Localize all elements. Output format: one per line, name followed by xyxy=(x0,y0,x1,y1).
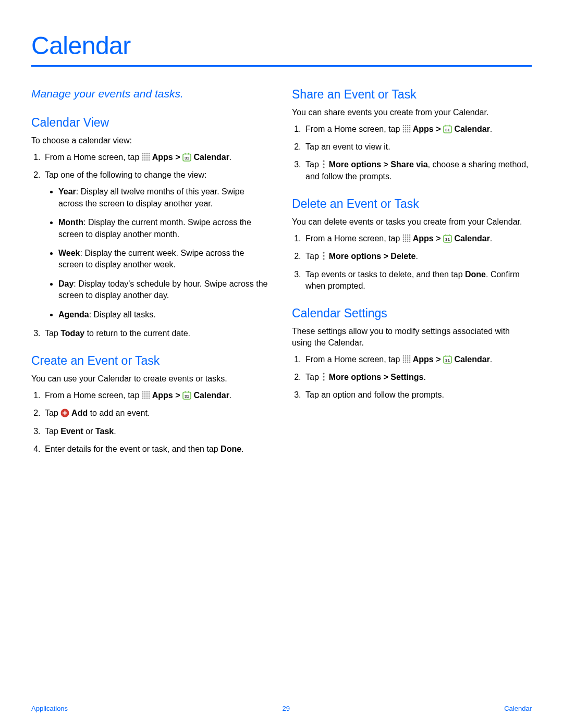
text: to add an event. xyxy=(88,409,150,417)
left-column: Manage your events and tasks. Calendar V… xyxy=(31,88,271,461)
bullet: Agenda: Display all tasks. xyxy=(58,309,271,320)
text: . xyxy=(229,153,231,162)
create-event-intro: You can use your Calendar to create even… xyxy=(31,373,271,385)
text: From a Home screen, tap xyxy=(45,391,142,400)
text: : Display all tasks. xyxy=(89,310,156,319)
text: Tap xyxy=(305,252,321,261)
text: From a Home screen, tap xyxy=(305,355,402,364)
view-options: Year: Display all twelve months of this … xyxy=(45,186,271,320)
more-options-icon xyxy=(322,252,325,260)
text: : Display the current month. Swipe acros… xyxy=(58,218,251,238)
text: Tap xyxy=(45,409,60,417)
delete-event-steps: From a Home screen, tap Apps > Calendar.… xyxy=(292,233,532,292)
calendar-settings-intro: These settings allow you to modify setti… xyxy=(292,326,532,348)
label: Today xyxy=(60,329,84,338)
heading-delete-event: Delete an Event or Task xyxy=(292,197,532,211)
text: Tap xyxy=(45,329,60,338)
calendar-icon xyxy=(443,125,452,133)
delete-event-intro: You can delete events or tasks you creat… xyxy=(292,216,532,228)
apps-icon xyxy=(402,125,411,133)
step: Enter details for the event or task, and… xyxy=(43,443,271,455)
step: Tap Add to add an event. xyxy=(43,408,271,419)
more-options-icon xyxy=(322,373,325,381)
text: Tap xyxy=(305,373,321,381)
bullet: Month: Display the current month. Swipe … xyxy=(58,217,271,240)
label: Agenda xyxy=(58,310,89,319)
label: Apps > xyxy=(411,234,443,243)
step: Tap Today to return to the current date. xyxy=(43,328,271,339)
share-event-steps: From a Home screen, tap Apps > Calendar.… xyxy=(292,124,532,183)
step: From a Home screen, tap Apps > Calendar. xyxy=(303,124,532,135)
step: Tap one of the following to change the v… xyxy=(43,169,271,320)
text: . xyxy=(229,391,231,400)
text: . xyxy=(423,373,425,381)
apps-icon xyxy=(402,234,411,242)
footer-right: Calendar xyxy=(504,705,532,712)
heading-share-event: Share an Event or Task xyxy=(292,88,532,102)
text: . xyxy=(114,427,116,436)
bullet: Week: Display the current week. Swipe ac… xyxy=(58,248,271,271)
text: : Display the current week. Swipe across… xyxy=(58,249,244,269)
step: Tap More options > Share via, choose a s… xyxy=(303,159,532,182)
calendar-icon xyxy=(443,234,452,243)
text: Tap events or tasks to delete, and then … xyxy=(305,270,465,279)
label: Done xyxy=(221,445,241,453)
label: Add xyxy=(69,409,88,417)
label: More options > Delete xyxy=(326,252,415,261)
step: Tap events or tasks to delete, and then … xyxy=(303,269,532,292)
text: . xyxy=(490,125,492,133)
calendar-icon xyxy=(182,153,191,162)
calendar-view-steps: From a Home screen, tap Apps > Calendar.… xyxy=(31,152,271,340)
share-event-intro: You can share events you create from you… xyxy=(292,107,532,118)
step: Tap an event to view it. xyxy=(303,141,532,153)
text: Tap an event to view it. xyxy=(305,142,390,151)
heading-calendar-view: Calendar View xyxy=(31,116,271,130)
title-rule xyxy=(31,65,532,67)
step: Tap Event or Task. xyxy=(43,426,271,437)
add-icon xyxy=(60,409,69,417)
apps-icon xyxy=(142,391,150,399)
page-title: Calendar xyxy=(31,31,532,60)
label: Task xyxy=(95,427,114,436)
text: . xyxy=(490,234,492,243)
step: From a Home screen, tap Apps > Calendar. xyxy=(43,390,271,401)
label: Month xyxy=(58,218,83,227)
label: Calendar xyxy=(452,125,490,133)
calendar-view-intro: To choose a calendar view: xyxy=(31,135,271,146)
step: Tap More options > Settings. xyxy=(303,372,532,383)
footer-page-number: 29 xyxy=(282,705,289,712)
step: From a Home screen, tap Apps > Calendar. xyxy=(303,233,532,244)
label: Apps > xyxy=(411,125,443,133)
text: . xyxy=(241,445,243,453)
text: Tap xyxy=(305,160,321,169)
label: Apps > xyxy=(150,153,182,162)
apps-icon xyxy=(142,153,150,161)
label: Calendar xyxy=(452,355,490,364)
bullet: Year: Display all twelve months of this … xyxy=(58,186,271,209)
more-options-icon xyxy=(322,160,325,168)
text: . xyxy=(415,252,418,261)
calendar-icon xyxy=(443,355,452,364)
label: Apps > xyxy=(150,391,182,400)
create-event-steps: From a Home screen, tap Apps > Calendar.… xyxy=(31,390,271,455)
text: to return to the current date. xyxy=(84,329,190,338)
text: : Display today's schedule by hour. Swip… xyxy=(58,279,268,300)
step: Tap More options > Delete. xyxy=(303,251,532,262)
text: : Display all twelve months of this year… xyxy=(58,187,244,207)
text: or xyxy=(83,427,95,436)
step: From a Home screen, tap Apps > Calendar. xyxy=(303,354,532,365)
calendar-settings-steps: From a Home screen, tap Apps > Calendar.… xyxy=(292,354,532,401)
label: Week xyxy=(58,249,80,257)
bullet: Day: Display today's schedule by hour. S… xyxy=(58,278,271,302)
step: From a Home screen, tap Apps > Calendar. xyxy=(43,152,271,163)
step: Tap an option and follow the prompts. xyxy=(303,389,532,401)
text: Tap one of the following to change the v… xyxy=(45,170,206,179)
label: More options > Settings xyxy=(326,373,423,381)
label: Apps > xyxy=(411,355,443,364)
page: Calendar Manage your events and tasks. C… xyxy=(0,0,563,728)
text: From a Home screen, tap xyxy=(305,125,402,133)
text: Enter details for the event or task, and… xyxy=(45,445,221,453)
heading-calendar-settings: Calendar Settings xyxy=(292,306,532,320)
intro-text: Manage your events and tasks. xyxy=(31,88,271,100)
heading-create-event: Create an Event or Task xyxy=(31,354,271,368)
